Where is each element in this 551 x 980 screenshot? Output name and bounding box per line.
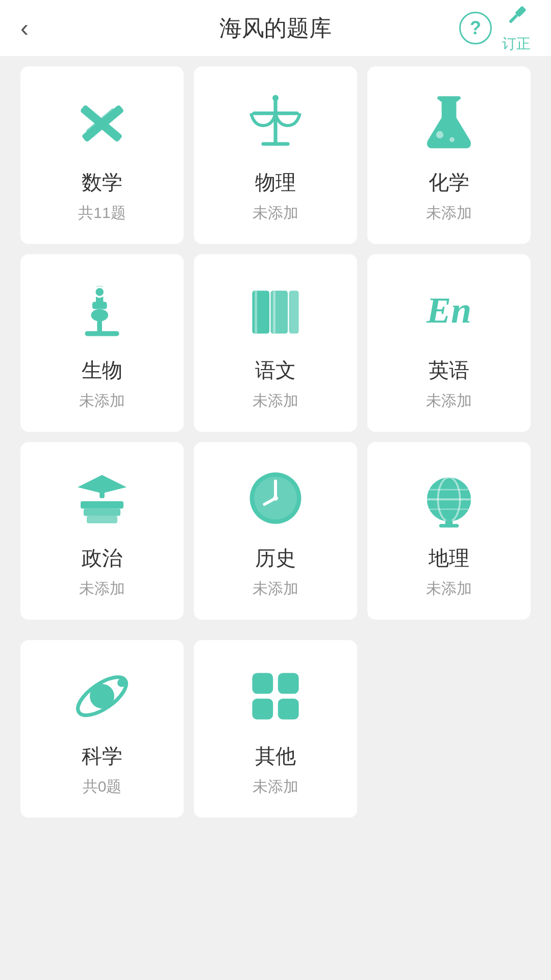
subject-count-physics: 未添加: [253, 203, 298, 224]
math-icon: [71, 92, 133, 153]
svg-rect-22: [273, 291, 276, 334]
subject-count-math: 共11题: [78, 203, 126, 224]
subject-name-physics: 物理: [255, 168, 296, 197]
correction-button[interactable]: 订正: [502, 3, 531, 54]
subject-card-chemistry[interactable]: 化学 未添加: [367, 66, 531, 244]
subject-card-math[interactable]: 数学 共11题: [20, 66, 184, 244]
subject-count-english: 未添加: [426, 390, 472, 411]
page-title: 海风的题库: [219, 13, 332, 43]
back-button[interactable]: ‹: [20, 16, 29, 40]
subject-name-chinese: 语文: [255, 356, 296, 384]
subject-card-english[interactable]: En 英语 未添加: [367, 254, 531, 432]
english-icon: En: [418, 280, 480, 341]
svg-rect-23: [289, 291, 298, 334]
subject-card-physics[interactable]: 物理 未添加: [194, 66, 357, 244]
subject-name-math: 数学: [82, 168, 122, 197]
subject-card-chinese[interactable]: 语文 未添加: [194, 254, 357, 432]
history-icon: [245, 468, 306, 529]
svg-rect-47: [252, 699, 273, 720]
subject-card-biology[interactable]: 生物 未添加: [20, 254, 184, 432]
science-icon: [71, 666, 133, 727]
svg-rect-12: [439, 97, 459, 102]
geography-icon: [418, 468, 480, 529]
biology-icon: [71, 280, 133, 341]
svg-point-15: [91, 309, 108, 322]
svg-point-33: [273, 496, 278, 501]
physics-icon: [245, 92, 306, 153]
svg-rect-20: [255, 291, 257, 334]
subject-card-history[interactable]: 历史 未添加: [194, 442, 357, 620]
subject-count-history: 未添加: [253, 578, 298, 599]
header: ‹ 海风的题库 ? 订正: [0, 0, 551, 56]
subject-card-science[interactable]: 科学 共0题: [20, 640, 184, 818]
subject-name-politics: 政治: [82, 544, 122, 572]
svg-rect-14: [92, 302, 107, 309]
subject-name-english: 英语: [429, 356, 469, 384]
subject-count-chinese: 未添加: [253, 390, 298, 411]
politics-icon: [71, 468, 133, 529]
subject-name-history: 历史: [255, 544, 296, 572]
subject-name-biology: 生物: [82, 356, 122, 384]
svg-rect-24: [81, 501, 123, 508]
subject-count-science: 共0题: [83, 776, 122, 797]
chinese-icon: [245, 280, 306, 341]
empty-slot: [367, 640, 531, 818]
svg-rect-40: [439, 524, 459, 527]
svg-rect-16: [97, 320, 102, 332]
subject-card-politics[interactable]: 政治 未添加: [20, 442, 184, 620]
svg-point-18: [95, 287, 105, 297]
svg-rect-45: [252, 673, 273, 694]
subject-count-geography: 未添加: [426, 578, 472, 599]
other-icon: [245, 666, 306, 727]
svg-rect-17: [85, 331, 119, 336]
subject-card-geography[interactable]: 地理 未添加: [367, 442, 531, 620]
svg-rect-28: [99, 487, 105, 498]
chemistry-icon: [418, 92, 480, 153]
svg-point-44: [117, 678, 126, 687]
subject-count-chemistry: 未添加: [426, 203, 472, 224]
subjects-grid-last-row: 科学 共0题 其他 未添加: [0, 640, 551, 848]
svg-rect-26: [87, 516, 117, 523]
subject-name-geography: 地理: [429, 544, 469, 572]
subject-count-other: 未添加: [253, 776, 298, 797]
svg-point-10: [436, 131, 443, 138]
svg-rect-25: [84, 508, 120, 516]
help-button[interactable]: ?: [459, 12, 492, 44]
subject-count-politics: 未添加: [79, 578, 125, 599]
subject-count-biology: 未添加: [79, 390, 125, 411]
svg-rect-1: [509, 14, 518, 23]
svg-point-9: [272, 95, 279, 101]
subject-name-chemistry: 化学: [429, 168, 469, 197]
subjects-grid: 数学 共11题 物理 未添加: [0, 56, 551, 640]
svg-rect-46: [278, 673, 299, 694]
subject-name-science: 科学: [82, 742, 122, 770]
svg-rect-48: [278, 699, 299, 720]
header-actions: ? 订正: [459, 3, 531, 54]
subject-name-other: 其他: [255, 742, 296, 770]
pin-label: 订正: [502, 34, 531, 54]
svg-point-43: [90, 684, 114, 708]
pin-icon: [503, 3, 530, 33]
svg-point-11: [449, 137, 455, 142]
subject-card-other[interactable]: 其他 未添加: [194, 640, 357, 818]
